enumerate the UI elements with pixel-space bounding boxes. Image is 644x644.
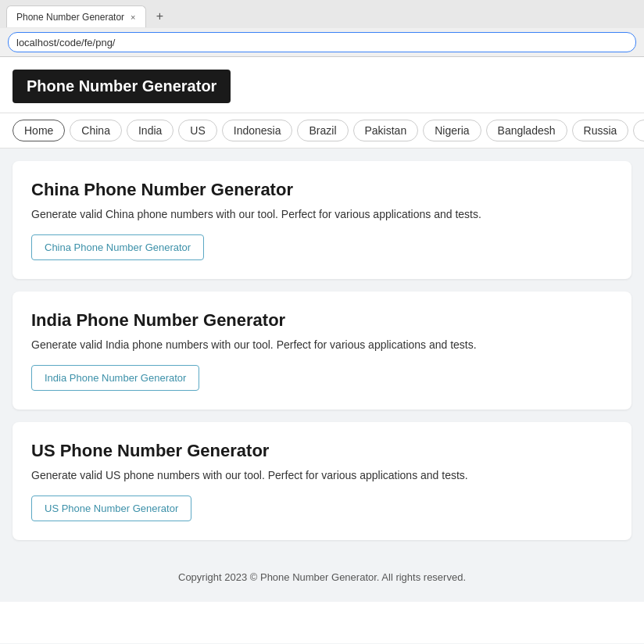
nav-item-us[interactable]: US <box>178 120 216 141</box>
nav-item-japan[interactable]: Japan <box>633 120 644 141</box>
india-card-title: India Phone Number Generator <box>31 310 613 331</box>
new-tab-button[interactable]: + <box>151 7 170 26</box>
us-card-description: Generate valid US phone numbers with our… <box>31 469 613 481</box>
china-card-description: Generate valid China phone numbers with … <box>31 208 613 220</box>
cards-container: China Phone Number Generator Generate va… <box>0 148 644 553</box>
nav-item-india[interactable]: India <box>127 120 174 141</box>
site-header: Phone Number Generator <box>0 57 644 113</box>
footer: Copyright 2023 © Phone Number Generator.… <box>0 553 644 602</box>
nav-item-indonesia[interactable]: Indonesia <box>222 120 293 141</box>
tab-title: Phone Number Generator <box>16 12 124 23</box>
india-card: India Phone Number Generator Generate va… <box>13 292 631 410</box>
nav-item-china[interactable]: China <box>70 120 122 141</box>
nav-item-bangladesh[interactable]: Bangladesh <box>486 120 567 141</box>
nav-item-nigeria[interactable]: Nigeria <box>423 120 481 141</box>
navigation: Home China India US Indonesia Brazil Pak… <box>0 113 644 148</box>
china-card: China Phone Number Generator Generate va… <box>13 161 631 279</box>
us-card: US Phone Number Generator Generate valid… <box>13 422 631 540</box>
india-card-button[interactable]: India Phone Number Generator <box>31 365 199 391</box>
site-logo[interactable]: Phone Number Generator <box>13 70 231 103</box>
nav-item-home[interactable]: Home <box>13 120 65 141</box>
nav-item-pakistan[interactable]: Pakistan <box>353 120 419 141</box>
tab-close-icon[interactable]: × <box>131 13 135 22</box>
footer-text: Copyright 2023 © Phone Number Generator.… <box>178 571 466 583</box>
china-card-title: China Phone Number Generator <box>31 180 613 200</box>
us-card-button[interactable]: US Phone Number Generator <box>31 496 191 521</box>
page-content: Phone Number Generator Home China India … <box>0 57 644 643</box>
china-card-button[interactable]: China Phone Number Generator <box>31 234 204 260</box>
address-input[interactable] <box>8 32 636 52</box>
nav-item-russia[interactable]: Russia <box>572 120 629 141</box>
india-card-description: Generate valid India phone numbers with … <box>31 338 613 351</box>
us-card-title: US Phone Number Generator <box>31 441 613 461</box>
browser-chrome: Phone Number Generator × + <box>0 0 644 57</box>
nav-item-brazil[interactable]: Brazil <box>297 120 348 141</box>
address-bar <box>0 28 644 56</box>
browser-tab[interactable]: Phone Number Generator × <box>6 5 146 27</box>
tab-bar: Phone Number Generator × + <box>0 0 644 28</box>
